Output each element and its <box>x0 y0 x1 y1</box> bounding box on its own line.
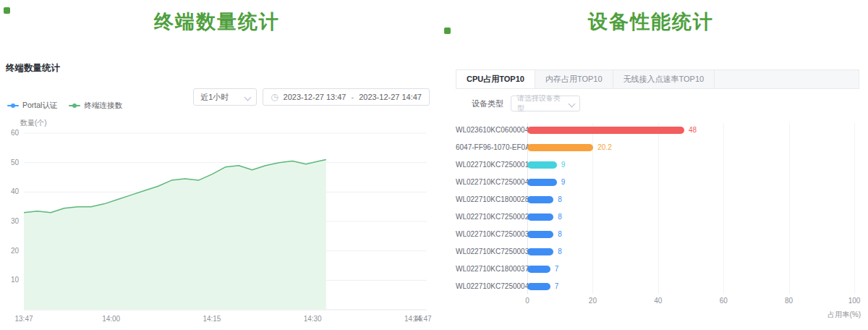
x-tick-label: 80 <box>777 297 801 305</box>
device-type-select[interactable]: 请选择设备类型 <box>511 96 580 111</box>
date-range-separator: - <box>351 93 354 101</box>
svg-text:14:00: 14:00 <box>102 315 120 323</box>
bar-value-label: 9 <box>561 178 566 186</box>
bar[interactable] <box>527 179 557 186</box>
bar-value-label: 7 <box>555 282 559 290</box>
bar[interactable] <box>527 127 684 134</box>
tab-wireless-ap-rate-top10[interactable]: 无线接入点速率TOP10 <box>613 70 715 88</box>
tab-cpu-top10[interactable]: CPU占用TOP10 <box>456 70 535 88</box>
x-tick-label: 40 <box>646 297 671 305</box>
bar-value-label: 9 <box>561 161 566 169</box>
svg-text:20: 20 <box>11 247 20 255</box>
legend-label: Portal认证 <box>22 101 57 111</box>
grid-line <box>854 123 855 294</box>
device-type-filter: 设备类型 请选择设备类型 <box>472 96 580 111</box>
clock-icon: ◷ <box>271 93 278 101</box>
bar[interactable] <box>527 161 557 169</box>
bar[interactable] <box>527 248 553 255</box>
x-tick-label: 100 <box>842 297 867 305</box>
date-range-picker[interactable]: ◷ 2023-12-27 13:47 - 2023-12-27 14:47 <box>263 88 430 106</box>
bar-category-label: WL022710KC18000280 <box>456 195 521 203</box>
dashboard: 终端数量统计 设备性能统计 终端数量统计 近1小时 ◷ 2023-12-27 1… <box>0 0 868 330</box>
bar[interactable] <box>527 196 553 203</box>
chevron-down-icon <box>244 94 252 101</box>
grid-line <box>723 123 724 294</box>
svg-text:14:47: 14:47 <box>413 315 431 323</box>
svg-text:30: 30 <box>11 217 20 225</box>
device-type-label: 设备类型 <box>472 98 503 109</box>
date-range-start: 2023-12-27 13:47 <box>284 93 346 101</box>
performance-tabbar: CPU占用TOP10 内存占用TOP10 无线接入点速率TOP10 <box>456 69 859 89</box>
grid-line <box>658 123 659 294</box>
bar-value-label: 8 <box>558 213 562 221</box>
date-range-end: 2023-12-27 14:47 <box>359 93 422 101</box>
bar-category-label: WL023610KC06000043 <box>456 126 521 134</box>
bar-value-label: 8 <box>558 195 562 203</box>
bar-category-label: WL022710KC725000272 <box>456 213 521 221</box>
legend-item-terminal-connections[interactable]: 终端连接数 <box>69 101 122 111</box>
right-section-title: 设备性能统计 <box>434 9 868 35</box>
panel-title: 终端数量统计 <box>6 62 60 75</box>
bar-value-label: 8 <box>558 248 562 255</box>
bar-category-label: WL022710KC725000307 <box>456 230 521 238</box>
svg-text:40: 40 <box>11 187 20 195</box>
tab-memory-top10[interactable]: 内存占用TOP10 <box>535 70 613 88</box>
svg-text:60: 60 <box>11 129 20 137</box>
chart-legend: Portal认证 终端连接数 <box>7 101 122 111</box>
bar[interactable] <box>527 266 550 273</box>
bar-category-label: WL022710KC725000369 <box>456 248 521 255</box>
x-tick-label: 60 <box>711 297 736 305</box>
time-range-value: 近1小时 <box>200 92 229 103</box>
svg-text:50: 50 <box>11 158 20 166</box>
left-section-title: 终端数量统计 <box>0 9 434 35</box>
svg-text:10: 10 <box>11 276 20 284</box>
y-tick-labels: 102030405060 <box>11 129 20 284</box>
area-fill <box>24 160 326 310</box>
chevron-down-icon <box>569 101 576 108</box>
bar-value-label: 48 <box>689 126 697 134</box>
legend-marker-icon <box>7 105 19 106</box>
terminal-count-area-chart[interactable]: 10203040506013:4714:0014:1514:3014:4514:… <box>0 129 434 326</box>
y-axis-label: 数量(个) <box>20 118 47 128</box>
bar[interactable] <box>527 231 553 238</box>
x-tick-label: 0 <box>515 297 540 305</box>
bar-value-label: 7 <box>555 265 559 273</box>
bar-category-label: WL022710KC18000372 <box>456 265 521 273</box>
bar-category-label: WL022710KC725000102 <box>456 161 521 169</box>
bar-category-label: WL022710KC725000470 <box>456 282 521 290</box>
bar[interactable] <box>527 283 550 290</box>
bar-category-label: WL022710KC725000409 <box>456 178 521 186</box>
time-range-select[interactable]: 近1小时 <box>193 88 257 106</box>
x-tick-labels: 13:4714:0014:1514:3014:4514:47 <box>14 315 431 323</box>
svg-text:13:47: 13:47 <box>14 315 33 323</box>
svg-text:14:15: 14:15 <box>203 315 221 323</box>
legend-label: 终端连接数 <box>84 101 122 111</box>
svg-text:14:30: 14:30 <box>304 315 322 323</box>
bar-category-label: 6047-FF96-1070-EF0A <box>456 143 521 151</box>
bar-value-label: 20.2 <box>597 143 611 151</box>
grid-line <box>789 123 790 294</box>
device-type-placeholder: 请选择设备类型 <box>517 93 566 114</box>
legend-item-portal[interactable]: Portal认证 <box>7 101 57 111</box>
bar[interactable] <box>527 144 593 151</box>
cpu-top10-bar-chart: WL023610KC06000043486047-FF96-1070-EF0A2… <box>456 120 861 329</box>
x-tick-label: 20 <box>580 297 605 305</box>
bar-value-label: 8 <box>558 230 562 238</box>
x-axis-label: 占用率(%) <box>827 310 861 320</box>
bar[interactable] <box>527 213 553 221</box>
legend-marker-icon <box>69 105 80 106</box>
